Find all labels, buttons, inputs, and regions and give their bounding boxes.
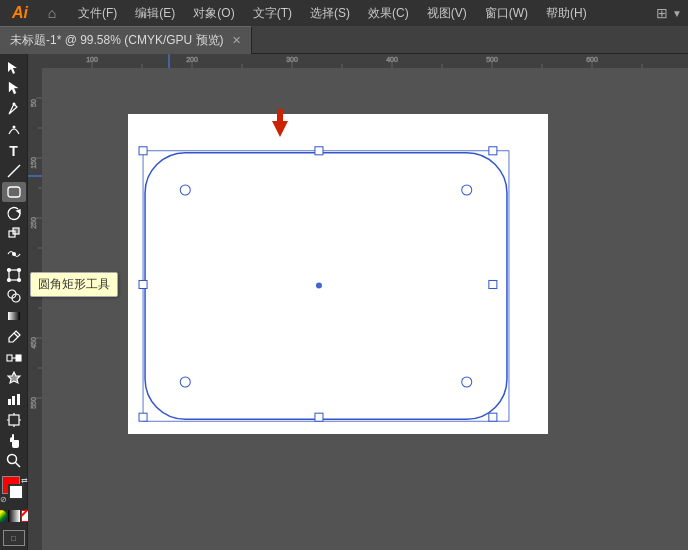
ruler-left: 50 150 250 350 450 550 [28, 68, 42, 550]
free-transform-tool[interactable] [2, 265, 26, 285]
svg-rect-21 [8, 399, 11, 405]
stroke-color-box[interactable] [8, 484, 24, 500]
svg-rect-74 [489, 147, 497, 155]
menu-window[interactable]: 窗口(W) [477, 3, 536, 24]
direct-selection-tool[interactable] [2, 79, 26, 99]
svg-rect-78 [315, 413, 323, 421]
zoom-tool[interactable] [2, 451, 26, 471]
svg-rect-8 [9, 270, 19, 280]
rotate-tool[interactable] [2, 203, 26, 223]
eyedropper-tool[interactable] [2, 327, 26, 347]
down-arrow-indicator [268, 109, 292, 143]
document-tab[interactable]: 未标题-1* @ 99.58% (CMYK/GPU 预览) ✕ [0, 26, 252, 54]
svg-text:250: 250 [30, 217, 37, 229]
svg-rect-3 [8, 187, 20, 197]
svg-text:450: 450 [30, 337, 37, 349]
svg-point-83 [180, 377, 190, 387]
svg-point-85 [316, 282, 322, 288]
line-tool[interactable] [2, 162, 26, 182]
main-layout: T [0, 54, 688, 550]
svg-rect-80 [489, 280, 497, 288]
svg-rect-51 [28, 68, 42, 550]
svg-text:50: 50 [30, 99, 37, 107]
svg-rect-72 [143, 151, 509, 421]
svg-rect-71 [145, 153, 507, 419]
blend-tool[interactable] [2, 348, 26, 368]
menu-file[interactable]: 文件(F) [70, 3, 125, 24]
workspace-switcher[interactable]: ⊞ ▼ [656, 5, 682, 21]
menu-type[interactable]: 文字(T) [245, 3, 300, 24]
svg-rect-17 [7, 355, 12, 361]
svg-rect-77 [315, 147, 323, 155]
screen-mode-button[interactable]: □ [3, 530, 25, 546]
svg-text:500: 500 [486, 56, 498, 63]
svg-text:600: 600 [586, 56, 598, 63]
svg-rect-23 [17, 394, 20, 405]
svg-point-10 [17, 268, 20, 271]
tab-close-button[interactable]: ✕ [232, 34, 241, 47]
svg-text:550: 550 [30, 397, 37, 409]
svg-rect-76 [489, 413, 497, 421]
shape-builder-tool[interactable] [2, 286, 26, 306]
svg-point-81 [180, 185, 190, 195]
left-toolbar: T [0, 54, 28, 550]
svg-text:100: 100 [86, 56, 98, 63]
none-color-icon[interactable]: ⊘ [0, 495, 7, 504]
svg-marker-70 [272, 109, 288, 137]
chevron-down-icon: ▼ [672, 8, 682, 19]
svg-point-12 [17, 278, 20, 281]
svg-rect-15 [8, 312, 20, 320]
gradient-button[interactable] [8, 510, 20, 522]
svg-rect-75 [139, 413, 147, 421]
svg-rect-6 [13, 228, 19, 234]
type-tool[interactable]: T [2, 141, 26, 161]
grid-icon: ⊞ [656, 5, 668, 21]
svg-line-2 [8, 165, 20, 177]
svg-marker-20 [8, 372, 20, 383]
menu-effect[interactable]: 效果(C) [360, 3, 417, 24]
pen-tool[interactable] [2, 99, 26, 119]
menu-bar: 文件(F) 编辑(E) 对象(O) 文字(T) 选择(S) 效果(C) 视图(V… [70, 3, 656, 24]
svg-point-11 [7, 278, 10, 281]
svg-point-9 [7, 268, 10, 271]
svg-point-29 [7, 455, 16, 464]
svg-marker-4 [17, 210, 20, 213]
tooltip: 圆角矩形工具 [30, 272, 118, 297]
svg-text:400: 400 [386, 56, 398, 63]
svg-point-7 [12, 252, 16, 256]
rounded-rectangle-shape[interactable] [135, 142, 517, 430]
svg-rect-79 [139, 280, 147, 288]
svg-point-1 [12, 125, 15, 128]
artboard-tool[interactable] [2, 410, 26, 430]
title-bar: Ai ⌂ 文件(F) 编辑(E) 对象(O) 文字(T) 选择(S) 效果(C)… [0, 0, 688, 26]
svg-rect-73 [139, 147, 147, 155]
scale-tool[interactable] [2, 224, 26, 244]
menu-view[interactable]: 视图(V) [419, 3, 475, 24]
menu-help[interactable]: 帮助(H) [538, 3, 595, 24]
selection-tool[interactable] [2, 58, 26, 78]
svg-point-84 [462, 377, 472, 387]
gradient-tool[interactable] [2, 306, 26, 326]
svg-rect-24 [9, 415, 19, 425]
ruler-corner [28, 54, 42, 68]
tab-bar: 未标题-1* @ 99.58% (CMYK/GPU 预览) ✕ [0, 26, 688, 54]
svg-rect-22 [12, 396, 15, 405]
svg-point-0 [12, 103, 15, 106]
hand-tool[interactable] [2, 431, 26, 451]
swap-colors-icon[interactable]: ⇄ [21, 476, 28, 485]
svg-text:200: 200 [186, 56, 198, 63]
column-graph-tool[interactable] [2, 389, 26, 409]
ai-logo: Ai [6, 2, 34, 24]
canvas-area[interactable]: 100 200 300 400 500 600 [28, 54, 688, 550]
home-icon[interactable]: ⌂ [42, 3, 62, 23]
menu-edit[interactable]: 编辑(E) [127, 3, 183, 24]
menu-select[interactable]: 选择(S) [302, 3, 358, 24]
rounded-rectangle-tool[interactable] [2, 182, 26, 202]
color-button[interactable] [0, 510, 7, 522]
warp-tool[interactable] [2, 244, 26, 264]
svg-text:300: 300 [286, 56, 298, 63]
menu-object[interactable]: 对象(O) [185, 3, 242, 24]
curvature-tool[interactable] [2, 120, 26, 140]
symbol-tool[interactable] [2, 369, 26, 389]
svg-text:150: 150 [30, 157, 37, 169]
